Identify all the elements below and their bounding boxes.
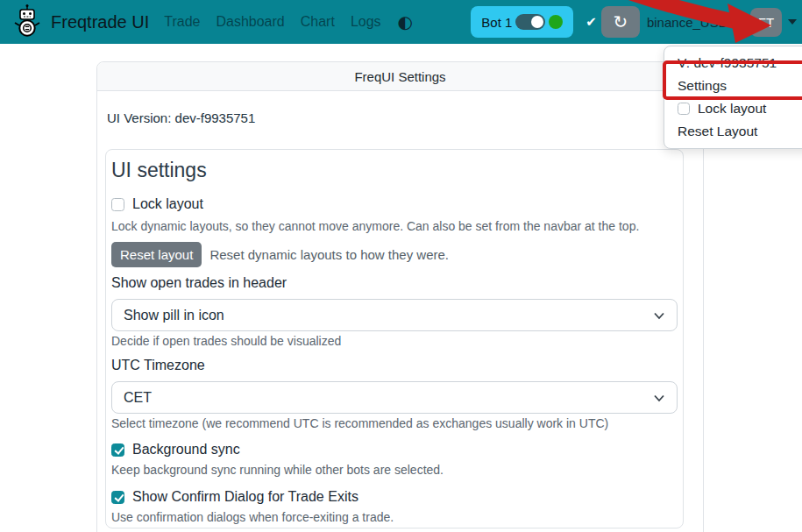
confirm-dialog-help: Use confirmation dialogs when force-exit… xyxy=(111,510,676,524)
bot-selector-pill[interactable]: Bot 1 xyxy=(471,6,573,38)
timezone-help: Select timezone (we recommend UTC is rec… xyxy=(111,416,676,430)
chevron-down-icon[interactable] xyxy=(788,19,797,25)
menu-item-lock-layout[interactable]: Lock layout xyxy=(664,97,802,120)
app-title[interactable]: Freqtrade UI xyxy=(51,12,149,32)
confirm-dialog-row: Show Confirm Dialog for Trade Exits xyxy=(111,488,676,506)
lock-layout-label[interactable]: Lock layout xyxy=(132,196,203,212)
timezone-selected-value: CET xyxy=(124,390,152,406)
navbar-right-group: Bot 1 ✔ ↻ binance_USDT1 FT xyxy=(471,6,797,38)
bot-online-status-dot xyxy=(549,15,563,29)
timezone-label: UTC Timezone xyxy=(111,358,676,375)
bot-selected-check-icon: ✔ xyxy=(586,14,597,30)
ui-version-text: UI Version: dev-f9935751 xyxy=(107,110,703,125)
reload-icon: ↻ xyxy=(614,11,628,32)
menu-item-lock-layout-label: Lock layout xyxy=(698,99,766,118)
nav-link-chart[interactable]: Chart xyxy=(301,14,335,30)
user-dropdown-menu: V: dev-f9935751 Settings Lock layout Res… xyxy=(664,46,802,149)
background-sync-checkbox[interactable] xyxy=(111,443,124,457)
section-title: UI settings xyxy=(111,157,676,183)
settings-card-header: FreqUI Settings xyxy=(97,62,703,91)
background-sync-label[interactable]: Background sync xyxy=(132,442,240,458)
open-trades-select[interactable]: Show pill in icon xyxy=(111,299,678,331)
account-label: binance_USDT1 xyxy=(647,15,743,30)
bot-toggle-switch[interactable] xyxy=(515,14,545,30)
confirm-dialog-label[interactable]: Show Confirm Dialog for Trade Exits xyxy=(132,489,358,505)
nav-links: Trade Dashboard Chart Logs xyxy=(164,14,380,30)
menu-item-reset-layout[interactable]: Reset Layout xyxy=(664,120,802,143)
confirm-dialog-checkbox[interactable] xyxy=(111,491,124,504)
menu-item-settings[interactable]: Settings xyxy=(664,74,802,97)
ui-settings-section: UI settings Lock layout Lock dynamic lay… xyxy=(105,149,684,528)
bot-name-label: Bot 1 xyxy=(481,15,512,30)
lock-layout-help: Lock dynamic layouts, so they cannot mov… xyxy=(111,219,676,233)
reload-button[interactable]: ↻ xyxy=(601,6,640,38)
menu-item-version: V: dev-f9935751 xyxy=(664,52,802,74)
ft-user-menu-button[interactable]: FT xyxy=(750,8,782,37)
lock-layout-row: Lock layout xyxy=(111,195,676,213)
open-trades-selected-value: Show pill in icon xyxy=(124,308,224,323)
reset-layout-help: Reset dynamic layouts to how they were. xyxy=(209,247,449,262)
settings-card-title: FreqUI Settings xyxy=(354,69,445,84)
ft-button-label: FT xyxy=(758,15,774,30)
reset-layout-row: Reset layout Reset dynamic layouts to ho… xyxy=(111,242,676,267)
toggle-knob xyxy=(531,16,543,28)
timezone-select[interactable]: CET xyxy=(111,381,678,414)
open-trades-help: Decide if open trades should be visualiz… xyxy=(111,334,676,348)
lock-layout-checkbox[interactable] xyxy=(111,198,124,211)
freqtrade-robot-logo-icon[interactable] xyxy=(11,4,44,40)
open-trades-label: Show open trades in header xyxy=(111,275,676,293)
nav-link-dashboard[interactable]: Dashboard xyxy=(216,14,284,30)
select-chevron-icon xyxy=(653,392,665,404)
select-chevron-icon xyxy=(653,309,665,322)
theme-toggle-icon[interactable]: ◐ xyxy=(398,13,413,31)
settings-card: FreqUI Settings UI Version: dev-f9935751… xyxy=(96,61,704,532)
background-sync-help: Keep background sync running while other… xyxy=(111,463,676,477)
reset-layout-button[interactable]: Reset layout xyxy=(111,242,202,267)
nav-link-trade[interactable]: Trade xyxy=(164,14,200,30)
background-sync-row: Background sync xyxy=(111,441,676,458)
lock-layout-menu-checkbox[interactable] xyxy=(678,103,690,115)
nav-link-logs[interactable]: Logs xyxy=(351,14,381,30)
navbar: Freqtrade UI Trade Dashboard Chart Logs … xyxy=(0,0,802,44)
